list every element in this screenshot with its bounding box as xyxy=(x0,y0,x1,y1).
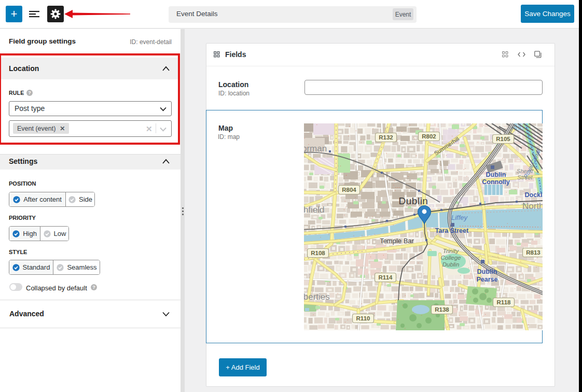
svg-text:R108: R108 xyxy=(311,250,325,256)
svg-text:R132: R132 xyxy=(379,134,393,141)
svg-text:Liffey: Liffey xyxy=(451,214,468,221)
svg-text:Street: Street xyxy=(517,174,533,180)
svg-text:R138: R138 xyxy=(435,306,449,313)
svg-text:iberties: iberties xyxy=(304,292,330,302)
svg-text:thfield: thfield xyxy=(304,205,324,215)
svg-text:R802: R802 xyxy=(422,133,436,139)
svg-text:Temple Bar: Temple Bar xyxy=(380,237,414,245)
svg-text:Sheriff: Sheriff xyxy=(517,168,534,174)
svg-text:R114: R114 xyxy=(379,274,393,281)
svg-text:Dockla: Dockla xyxy=(525,191,543,199)
svg-text:Pearse: Pearse xyxy=(476,276,497,283)
svg-text:R813: R813 xyxy=(526,249,541,256)
svg-text:R118: R118 xyxy=(497,299,511,305)
svg-text:Connolly: Connolly xyxy=(482,178,510,186)
svg-text:R105: R105 xyxy=(496,136,510,142)
svg-text:R804: R804 xyxy=(342,187,356,193)
svg-text:Dublin: Dublin xyxy=(486,171,506,178)
svg-text:Dublin: Dublin xyxy=(442,261,460,268)
svg-text:College: College xyxy=(441,255,461,261)
svg-text:orman: orman xyxy=(304,144,327,153)
svg-text:Trinity: Trinity xyxy=(443,248,460,254)
svg-text:Dublin: Dublin xyxy=(399,195,428,206)
svg-text:Tara Street: Tara Street xyxy=(435,227,469,234)
svg-text:Dublin: Dublin xyxy=(477,268,497,275)
svg-text:R110: R110 xyxy=(356,315,370,321)
svg-text:North-: North- xyxy=(522,201,543,211)
